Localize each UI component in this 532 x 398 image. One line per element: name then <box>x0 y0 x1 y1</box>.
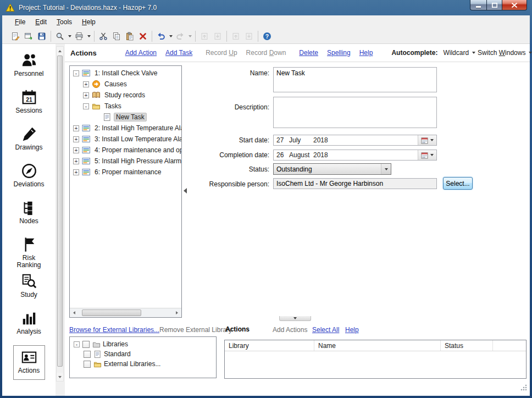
maximize-button[interactable] <box>486 0 502 10</box>
checkbox[interactable] <box>84 361 91 368</box>
undo-dropdown[interactable] <box>168 30 174 42</box>
select-person-button[interactable]: Select... <box>443 177 473 190</box>
name-input[interactable]: New Task <box>273 67 437 92</box>
browse-external-libraries-link[interactable]: Browse for External Libraries... <box>69 326 159 334</box>
checkbox[interactable] <box>82 341 90 348</box>
delete-button[interactable] <box>136 30 149 42</box>
column-header-library[interactable]: Library <box>225 340 314 351</box>
spelling-link[interactable]: Spelling <box>327 49 351 57</box>
start-date-picker[interactable]: 27 July 2018 <box>273 135 437 146</box>
collapse-expander-icon[interactable]: - <box>73 70 79 76</box>
dropdown-arrow-button[interactable] <box>381 164 391 174</box>
tree-item-label: 2: Install High Temperature Alarm <box>93 124 181 132</box>
tree-item[interactable]: + Study records <box>70 90 181 101</box>
collapse-expander-icon[interactable]: - <box>83 103 89 109</box>
library-tree-item[interactable]: External Libraries... <box>70 359 216 369</box>
sidebar-item-sessions[interactable]: Sessions <box>2 86 56 123</box>
add-task-link[interactable]: Add Task <box>165 49 192 57</box>
description-input[interactable] <box>273 97 437 128</box>
column-header-name[interactable]: Name <box>314 340 441 351</box>
toolbar-separator <box>51 31 51 42</box>
scrollbar-thumb[interactable] <box>57 56 63 367</box>
expand-icon[interactable]: + <box>73 125 79 131</box>
sidebar-item-actions[interactable]: Actions <box>13 345 45 380</box>
hierarchy-icon <box>21 200 37 216</box>
start-year-value[interactable]: 2018 <box>313 136 418 144</box>
start-day-value[interactable]: 27 <box>274 136 289 144</box>
tree-item-label: New Task <box>114 113 147 121</box>
expand-icon[interactable]: + <box>73 147 79 153</box>
sidebar-item-nodes[interactable]: Nodes <box>2 197 56 234</box>
collapse-expander-icon[interactable]: - <box>74 341 80 347</box>
completion-year-value[interactable]: 2018 <box>313 151 418 159</box>
completion-month-value[interactable]: August <box>289 151 313 159</box>
tree-item[interactable]: + 2: Install High Temperature Alarm <box>70 123 181 134</box>
select-all-link[interactable]: Select All <box>312 326 339 334</box>
calendar-dropdown-button[interactable] <box>418 135 436 145</box>
add-action-link[interactable]: Add Action <box>125 49 157 57</box>
close-button[interactable] <box>502 0 527 10</box>
sidebar-item-deviations[interactable]: Deviations <box>2 160 56 197</box>
copy-button[interactable] <box>110 30 123 42</box>
column-header-status[interactable]: Status <box>441 340 493 351</box>
expand-icon[interactable]: + <box>83 92 89 98</box>
undo-button[interactable] <box>154 30 168 42</box>
titlebar[interactable]: Project: Tutorial - Deviations.hazx - Ha… <box>0 0 532 15</box>
resize-grip[interactable] <box>520 384 528 391</box>
export-button[interactable] <box>22 30 35 42</box>
switch-windows-dropdown[interactable]: Switch Windows <box>478 49 532 57</box>
expand-icon[interactable]: + <box>73 158 79 164</box>
checkbox[interactable] <box>84 351 91 358</box>
minimize-button[interactable] <box>470 0 486 10</box>
sidebar-item-risk-ranking[interactable]: Risk Ranking <box>2 234 56 270</box>
search-button[interactable] <box>53 30 66 42</box>
menu-help[interactable]: Help <box>77 16 101 27</box>
compass-icon <box>21 163 37 179</box>
delete-link[interactable]: Delete <box>299 49 318 57</box>
record-up-link: Record Up <box>206 49 237 57</box>
help-button[interactable] <box>261 30 274 42</box>
bottom-help-link[interactable]: Help <box>345 326 359 334</box>
scroll-left-arrow[interactable] <box>70 308 79 317</box>
calendar-dropdown-button[interactable] <box>418 150 436 160</box>
expand-icon[interactable]: + <box>73 136 79 142</box>
tree-item[interactable]: + Causes <box>70 79 181 90</box>
start-month-value[interactable]: July <box>289 136 313 144</box>
print-button[interactable] <box>73 30 86 42</box>
attach-up-button <box>229 30 242 42</box>
scroll-right-arrow[interactable] <box>173 308 181 317</box>
splitter-collapse-icon[interactable] <box>184 188 187 194</box>
sidebar-item-study[interactable]: Study <box>2 270 56 307</box>
sidebar-item-personnel[interactable]: Personnel <box>2 49 56 86</box>
help-link[interactable]: Help <box>359 49 373 57</box>
menu-file[interactable]: File <box>10 16 30 27</box>
menu-edit[interactable]: Edit <box>30 16 52 27</box>
tree-item-selected[interactable]: New Task <box>70 112 181 123</box>
paste-button[interactable] <box>123 30 136 42</box>
tree-horizontal-scrollbar[interactable] <box>70 308 181 317</box>
splitter-collapse-tab[interactable] <box>279 316 311 321</box>
responsible-person-field[interactable] <box>273 178 437 189</box>
library-tree-item[interactable]: - Libraries <box>70 339 216 349</box>
completion-day-value[interactable]: 26 <box>274 151 289 159</box>
search-dropdown[interactable] <box>66 30 73 42</box>
library-item-label: External Libraries... <box>104 360 160 368</box>
attach-down-button <box>242 30 256 42</box>
autocomplete-dropdown[interactable]: Wildcard <box>441 48 478 58</box>
status-dropdown[interactable]: Outstanding <box>273 163 391 175</box>
scrollbar-thumb[interactable] <box>82 309 141 316</box>
new-record-button[interactable] <box>9 30 22 42</box>
sidebar-item-analysis[interactable]: Analysis <box>2 307 56 344</box>
save-button[interactable] <box>35 30 48 42</box>
scroll-up-arrow[interactable] <box>57 47 63 55</box>
print-dropdown[interactable] <box>86 30 92 42</box>
expand-icon[interactable]: + <box>83 81 89 87</box>
menu-tools[interactable]: Tools <box>52 16 77 27</box>
scroll-down-arrow[interactable] <box>57 373 63 381</box>
cut-button[interactable] <box>97 30 110 42</box>
sidebar-item-drawings[interactable]: Drawings <box>2 123 56 160</box>
completion-date-picker[interactable]: 26 August 2018 <box>273 150 437 161</box>
sidebar-scrollbar[interactable] <box>56 46 64 382</box>
library-tree-item[interactable]: Standard <box>70 349 216 359</box>
expand-icon[interactable]: + <box>73 169 79 175</box>
